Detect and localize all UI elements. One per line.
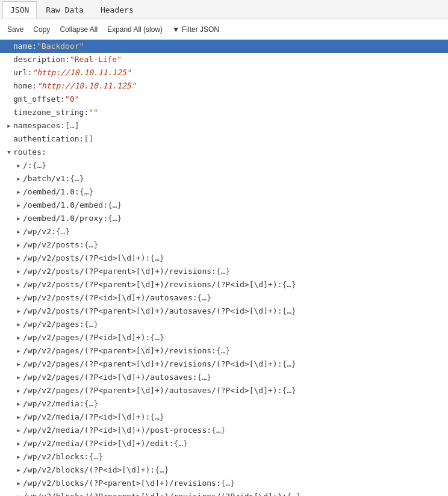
toolbar: Save Copy Collapse All Expand All (slow)… bbox=[0, 19, 448, 40]
json-row: authentication: [] bbox=[0, 132, 448, 146]
json-value: "0" bbox=[65, 93, 79, 105]
json-row[interactable]: ▶/wp/v2/blocks/(?P<id>[\d]+): {…} bbox=[0, 463, 448, 477]
json-row: description: "Real-Life" bbox=[0, 53, 448, 66]
json-row[interactable]: ▶/wp/v2/media/(?P<id>[\d]+)/edit: {…} bbox=[0, 437, 448, 450]
expand-icon[interactable]: ▶ bbox=[14, 228, 23, 236]
filter-json-button[interactable]: ▼ Filter JSON bbox=[172, 25, 219, 34]
json-key: home: bbox=[13, 80, 37, 92]
json-value: {…} bbox=[33, 160, 46, 172]
tab-json[interactable]: JSON bbox=[2, 1, 37, 19]
expand-icon[interactable]: ▶ bbox=[14, 360, 23, 368]
expand-icon[interactable]: ▶ bbox=[14, 479, 23, 488]
json-row[interactable]: ▶/: {…} bbox=[0, 159, 448, 172]
json-row[interactable]: ▶/wp/v2/media/(?P<id>[\d]+)/post-process… bbox=[0, 424, 448, 437]
json-row[interactable]: ▶/oembed/1.0/proxy: {…} bbox=[0, 212, 448, 225]
expand-icon[interactable]: ▼ bbox=[5, 148, 13, 157]
json-row[interactable]: ▶/wp/v2/pages: {…} bbox=[0, 318, 448, 331]
json-row[interactable]: ▶/wp/v2/media/(?P<id>[\d]+): {…} bbox=[0, 411, 448, 424]
expand-all-button[interactable]: Expand All (slow) bbox=[105, 24, 165, 35]
expand-icon[interactable]: ▶ bbox=[14, 241, 23, 249]
json-row[interactable]: ▶/wp/v2/pages/(?P<parent>[\d]+)/autosave… bbox=[0, 384, 448, 397]
copy-button[interactable]: Copy bbox=[31, 24, 52, 35]
tab-headers[interactable]: Headers bbox=[93, 1, 142, 18]
json-row[interactable]: ▶/wp/v2/posts/(?P<parent>[\d]+)/revision… bbox=[0, 278, 448, 291]
json-row: home: "http://10.10.11.125" bbox=[0, 79, 448, 93]
json-key: /wp/v2/blocks: bbox=[23, 451, 89, 463]
collapse-all-button[interactable]: Collapse All bbox=[57, 24, 100, 35]
save-button[interactable]: Save bbox=[5, 24, 26, 35]
json-key: /wp/v2/media/(?P<id>[\d]+)/edit: bbox=[23, 438, 173, 450]
json-key: /wp/v2/media/(?P<id>[\d]+): bbox=[23, 411, 150, 423]
expand-icon[interactable]: ▶ bbox=[14, 214, 23, 223]
json-row[interactable]: ▶/oembed/1.0: {…} bbox=[0, 185, 448, 199]
tab-raw-data[interactable]: Raw Data bbox=[38, 1, 92, 18]
json-row[interactable]: ▶/wp/v2/pages/(?P<id>[\d]+): {…} bbox=[0, 331, 448, 344]
json-value: {…} bbox=[173, 438, 187, 450]
json-key: /wp/v2/pages/(?P<id>[\d]+)/autosaves: bbox=[23, 371, 198, 383]
json-key: /wp/v2/pages/(?P<parent>[\d]+)/autosaves… bbox=[23, 385, 282, 397]
json-key: /wp/v2/posts/(?P<parent>[\d]+)/revisions… bbox=[23, 265, 216, 277]
expand-icon[interactable]: ▶ bbox=[14, 466, 23, 474]
expand-icon[interactable]: ▶ bbox=[14, 281, 23, 289]
json-value: "Real-Life" bbox=[70, 54, 122, 66]
expand-icon[interactable]: ▶ bbox=[14, 320, 23, 329]
json-row[interactable]: ▶/wp/v2/blocks: {…} bbox=[0, 450, 448, 463]
expand-icon[interactable]: ▶ bbox=[14, 333, 23, 342]
expand-icon[interactable]: ▶ bbox=[14, 201, 23, 209]
json-value: [] bbox=[84, 133, 93, 145]
expand-icon[interactable]: ▶ bbox=[14, 161, 23, 170]
json-row[interactable]: ▶/wp/v2/posts/(?P<parent>[\d]+)/revision… bbox=[0, 265, 448, 278]
json-key: /oembed/1.0/proxy: bbox=[23, 212, 108, 225]
expand-icon[interactable]: ▶ bbox=[14, 175, 23, 183]
json-row[interactable]: ▶/wp/v2/pages/(?P<parent>[\d]+)/revision… bbox=[0, 344, 448, 358]
json-value: {…} bbox=[150, 252, 164, 264]
expand-icon[interactable]: ▶ bbox=[14, 347, 23, 355]
json-row[interactable]: ▶/wp/v2/pages/(?P<parent>[\d]+)/revision… bbox=[0, 358, 448, 371]
json-value: "http://10.10.11.125" bbox=[32, 67, 131, 79]
json-row[interactable]: ▶/wp/v2/blocks/(?P<parent>[\d]+)/revisio… bbox=[0, 490, 448, 496]
json-row[interactable]: ▶/wp/v2/posts: {…} bbox=[0, 238, 448, 252]
expand-icon[interactable]: ▶ bbox=[14, 439, 23, 448]
expand-icon[interactable]: ▶ bbox=[14, 400, 23, 408]
json-row[interactable]: ▶/wp/v2/posts/(?P<parent>[\d]+)/autosave… bbox=[0, 305, 448, 318]
json-value: "http://10.10.11.125" bbox=[37, 80, 135, 92]
json-value: {…} bbox=[84, 398, 98, 410]
json-row[interactable]: ▼routes: bbox=[0, 146, 448, 159]
expand-icon[interactable]: ▶ bbox=[14, 267, 23, 276]
json-key: /wp/v2/pages/(?P<parent>[\d]+)/revisions… bbox=[23, 358, 282, 370]
json-row[interactable]: ▶/oembed/1.0/embed: {…} bbox=[0, 199, 448, 212]
json-key: /wp/v2/posts/(?P<id>[\d]+)/autosaves: bbox=[23, 292, 198, 304]
json-row[interactable]: ▶/wp/v2/blocks/(?P<parent>[\d]+)/revisio… bbox=[0, 477, 448, 490]
json-value: "" bbox=[89, 107, 98, 119]
json-key: /wp/v2/blocks/(?P<parent>[\d]+)/revision… bbox=[23, 491, 287, 496]
json-key: /oembed/1.0: bbox=[23, 186, 79, 198]
json-row[interactable]: ▶/wp/v2: {…} bbox=[0, 225, 448, 238]
expand-icon[interactable]: ▶ bbox=[14, 307, 23, 315]
expand-icon[interactable]: ▶ bbox=[14, 294, 23, 302]
json-value: {…} bbox=[155, 464, 169, 476]
json-value: {…} bbox=[216, 345, 230, 357]
json-value: {…} bbox=[211, 424, 225, 436]
json-value: {…} bbox=[84, 239, 98, 251]
json-key: /batch/v1: bbox=[23, 173, 70, 185]
expand-icon[interactable]: ▶ bbox=[14, 254, 23, 262]
json-value: {…} bbox=[198, 292, 211, 304]
json-row[interactable]: ▶/wp/v2/posts/(?P<id>[\d]+)/autosaves: {… bbox=[0, 291, 448, 305]
json-row[interactable]: ▶/wp/v2/pages/(?P<id>[\d]+)/autosaves: {… bbox=[0, 371, 448, 384]
expand-icon[interactable]: ▶ bbox=[14, 373, 23, 382]
json-value: {…} bbox=[282, 279, 296, 291]
expand-icon[interactable]: ▶ bbox=[14, 426, 23, 435]
expand-icon[interactable]: ▶ bbox=[14, 188, 23, 196]
expand-icon[interactable]: ▶ bbox=[14, 492, 23, 496]
json-value: {…} bbox=[221, 477, 235, 489]
expand-icon[interactable]: ▶ bbox=[14, 413, 23, 421]
json-key: authentication: bbox=[13, 133, 84, 145]
json-row[interactable]: ▶/batch/v1: {…} bbox=[0, 172, 448, 185]
json-row[interactable]: ▶/wp/v2/media: {…} bbox=[0, 397, 448, 411]
expand-icon[interactable]: ▶ bbox=[14, 453, 23, 461]
json-value: {…} bbox=[89, 451, 103, 463]
expand-icon[interactable]: ▶ bbox=[14, 386, 23, 395]
expand-icon[interactable]: ▶ bbox=[5, 122, 13, 130]
json-row[interactable]: ▶/wp/v2/posts/(?P<id>[\d]+): {…} bbox=[0, 252, 448, 265]
json-row[interactable]: ▶namespaces: […] bbox=[0, 119, 448, 132]
